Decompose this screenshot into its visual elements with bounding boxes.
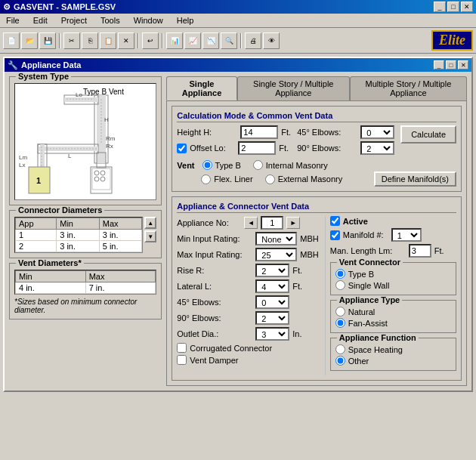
max-input-unit: MBH — [300, 250, 318, 259]
elbows90-select[interactable]: 012 — [360, 141, 394, 155]
prev-appliance-button[interactable]: ◄ — [244, 217, 258, 229]
manifold-select[interactable]: 12 — [391, 228, 422, 242]
menu-window[interactable]: Window — [131, 15, 166, 26]
tab-single[interactable]: Single Appliance — [166, 76, 236, 100]
vc-typeb-option[interactable]: Type B — [335, 269, 451, 279]
menu-help[interactable]: Help — [174, 15, 197, 26]
window-title-text: Appliance Data — [21, 60, 81, 69]
vc-singlewall-option[interactable]: Single Wall — [335, 280, 451, 290]
window-minimize[interactable]: _ — [434, 60, 444, 69]
maximize-button[interactable]: □ — [447, 2, 459, 12]
vent-damper-checkbox[interactable] — [177, 355, 187, 365]
separator-1 — [59, 33, 60, 48]
next-appliance-button[interactable]: ► — [286, 217, 300, 229]
af-spaceheating-label: Space Heating — [348, 345, 403, 354]
svg-text:Lx: Lx — [19, 162, 25, 168]
offset-checkbox[interactable] — [177, 144, 187, 153]
manifold-checkbox[interactable] — [330, 230, 340, 240]
height-input[interactable] — [240, 125, 278, 139]
col-min: Min — [57, 218, 100, 230]
af-other-option[interactable]: Other — [335, 356, 451, 366]
window-icon: 🔧 — [8, 60, 18, 70]
tb2-button[interactable]: 📈 — [184, 32, 201, 49]
af-other-radio[interactable] — [335, 356, 345, 366]
corrugated-checkbox[interactable] — [177, 343, 187, 353]
scroll-up-button[interactable]: ▲ — [144, 217, 156, 229]
vent-col-min: Min — [16, 271, 86, 282]
app-1: 1 — [16, 230, 57, 241]
vc-typeb-label: Type B — [348, 270, 374, 279]
new-button[interactable]: 📄 — [3, 32, 20, 49]
vent-table-row[interactable]: 4 in. 7 in. — [16, 282, 156, 294]
vent-internal-radio[interactable] — [253, 160, 263, 170]
vent-flex-radio[interactable] — [201, 174, 211, 184]
vc-singlewall-radio[interactable] — [335, 280, 345, 290]
menu-tools[interactable]: Tools — [97, 15, 123, 26]
corrugated-label: Corrugated Connector — [190, 344, 272, 353]
appliance-no-label: Appliance No: — [177, 218, 241, 227]
tb3-button[interactable]: 📉 — [202, 32, 219, 49]
at-fanassist-radio[interactable] — [335, 318, 345, 328]
vc-typeb-radio[interactable] — [335, 269, 345, 279]
save-button[interactable]: 💾 — [39, 32, 56, 49]
vent-external-option[interactable]: External Masonry — [265, 174, 343, 184]
print-button[interactable]: 🖨 — [245, 32, 261, 49]
conn-elbows45-row: 45° Elbows: 012 — [177, 295, 318, 309]
tab-single-story[interactable]: Single Story / Multiple Appliance — [237, 76, 350, 100]
elbows45-select[interactable]: 012 — [360, 125, 394, 139]
undo-button[interactable]: ↩ — [142, 32, 159, 49]
offset-input[interactable] — [238, 141, 276, 155]
at-natural-radio[interactable] — [335, 307, 345, 316]
cut-button[interactable]: ✂ — [63, 32, 80, 49]
max-input-label: Max Input Rating: — [177, 250, 252, 259]
appliance-type-group: Appliance Type Natural Fan-Assist — [330, 300, 456, 333]
af-spaceheating-option[interactable]: Space Heating — [335, 344, 451, 354]
min-2: 3 in. — [57, 241, 100, 252]
at-fanassist-option[interactable]: Fan-Assist — [335, 318, 451, 328]
rise-label: Rise R: — [177, 266, 252, 275]
minimize-button[interactable]: _ — [434, 2, 446, 12]
appliance-data-window: 🔧 Appliance Data _ □ ✕ System Type — [3, 57, 473, 392]
conn-elbows45-select[interactable]: 012 — [255, 295, 289, 309]
table-row[interactable]: 2 3 in. 5 in. — [16, 241, 142, 252]
copy-button[interactable]: ⎘ — [82, 32, 98, 49]
window-maximize[interactable]: □ — [446, 60, 456, 69]
af-spaceheating-radio[interactable] — [335, 344, 345, 354]
max-input-row: Max Input Rating: 253035 MBH — [177, 248, 318, 261]
paste-button[interactable]: 📋 — [100, 32, 116, 49]
min-input-select[interactable]: None51015 — [255, 232, 297, 245]
table-row[interactable]: 1 3 in. 3 in. — [16, 230, 142, 241]
app-title-bar: ⚙ GASVENT - SAMPLE.GSV _ □ ✕ — [0, 0, 476, 14]
outlet-dia-select[interactable]: 234 — [255, 327, 289, 341]
scroll-down-button[interactable]: ▼ — [144, 230, 156, 242]
at-natural-option[interactable]: Natural — [335, 307, 451, 316]
delete-button[interactable]: ✕ — [118, 32, 134, 49]
vent-typeb-radio[interactable] — [202, 160, 212, 170]
conn-elbows90-select[interactable]: 012 — [255, 311, 289, 325]
active-checkbox[interactable] — [330, 216, 340, 226]
man-length-input[interactable] — [409, 244, 431, 258]
menu-edit[interactable]: Edit — [30, 15, 51, 26]
tab-multi-story[interactable]: Multiple Story / Multiple Appliance — [350, 76, 467, 100]
svg-text:Lo: Lo — [76, 91, 82, 98]
calculate-button[interactable]: Calculate — [400, 125, 456, 144]
elbows90-label: 90° Elbows: — [297, 144, 357, 153]
vent-flex-option[interactable]: Flex. Liner — [201, 174, 252, 184]
vent-external-radio[interactable] — [265, 174, 275, 184]
system-type-label: System Type — [16, 72, 71, 81]
menu-project[interactable]: Project — [58, 15, 90, 26]
tb4-button[interactable]: 🔍 — [221, 32, 237, 49]
rise-select[interactable]: 0123 — [255, 264, 289, 277]
vent-diameters-table: Min Max 4 in. 7 in. — [15, 270, 156, 294]
vent-internal-option[interactable]: Internal Masonry — [253, 160, 328, 170]
vent-typeb-option[interactable]: Type B — [202, 160, 241, 170]
preview-button[interactable]: 👁 — [263, 32, 280, 49]
menu-file[interactable]: File — [3, 15, 23, 26]
max-input-select[interactable]: 253035 — [255, 248, 297, 261]
window-close[interactable]: ✕ — [458, 60, 468, 69]
define-manifolds-button[interactable]: Define Manifold(s) — [374, 171, 456, 187]
close-button[interactable]: ✕ — [461, 2, 473, 12]
tb1-button[interactable]: 📊 — [166, 32, 183, 49]
open-button[interactable]: 📂 — [21, 32, 38, 49]
lateral-select[interactable]: 0246 — [255, 279, 289, 293]
